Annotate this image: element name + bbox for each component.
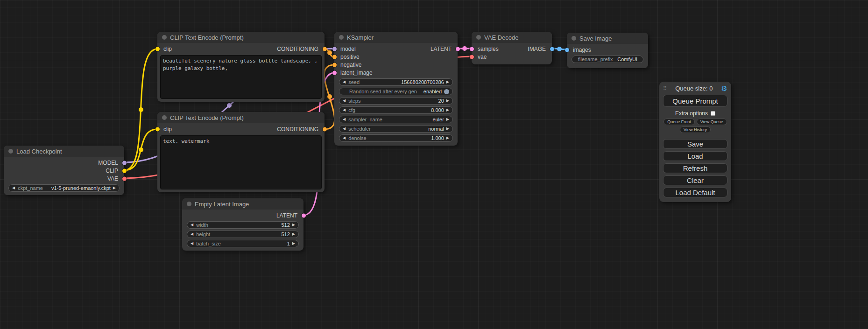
port-label: VAE [107, 175, 118, 182]
denoise-widget[interactable]: ◀ denoise 1.000 ▶ [339, 134, 453, 142]
widget-value: 1.000 [431, 135, 444, 141]
queue-front-button[interactable]: Queue Front [663, 119, 695, 125]
node-title-bar[interactable]: CLIP Text Encode (Prompt) [157, 32, 325, 43]
increment-arrow-icon[interactable]: ▶ [446, 136, 449, 140]
port-row: CLIP [4, 167, 124, 175]
decrement-arrow-icon[interactable]: ◀ [343, 118, 346, 121]
queue-size-label: Queue size: 0 [667, 85, 721, 92]
collapse-toggle-icon[interactable] [8, 149, 13, 154]
node-empty-latent-image[interactable]: Empty Latent Image LATENT ◀ width 512 ▶ … [182, 198, 303, 251]
collapse-toggle-icon[interactable] [339, 35, 344, 40]
node-title-bar[interactable]: CLIP Text Encode (Prompt) [157, 112, 325, 123]
increment-arrow-icon[interactable]: ▶ [446, 118, 449, 121]
node-title-bar[interactable]: Empty Latent Image [182, 198, 303, 210]
menu-drag-handle-icon[interactable]: ⠿ [663, 85, 667, 91]
save-button[interactable]: Save [663, 139, 727, 149]
increment-arrow-icon[interactable]: ▶ [292, 223, 295, 227]
increment-arrow-icon[interactable]: ▶ [292, 232, 295, 236]
conditioning-output-port[interactable] [323, 47, 327, 51]
decrement-arrow-icon[interactable]: ◀ [12, 186, 15, 190]
latent-output-port[interactable] [456, 47, 460, 51]
random-seed-toggle-widget[interactable]: Random seed after every gen enabled [339, 88, 453, 95]
node-title-bar[interactable]: Save Image [567, 33, 648, 44]
collapse-toggle-icon[interactable] [162, 35, 167, 40]
image-output-port[interactable] [550, 47, 554, 51]
widget-value: ComfyUI [617, 56, 637, 62]
decrement-arrow-icon[interactable]: ◀ [343, 108, 346, 112]
view-history-button[interactable]: View History [680, 126, 711, 133]
queue-prompt-button[interactable]: Queue Prompt [663, 95, 727, 107]
vae-input-port[interactable] [470, 55, 474, 59]
decrement-arrow-icon[interactable]: ◀ [343, 80, 346, 84]
increment-arrow-icon[interactable]: ▶ [446, 99, 449, 103]
collapse-toggle-icon[interactable] [187, 202, 191, 206]
samples-input-port[interactable] [470, 47, 474, 51]
collapse-toggle-icon[interactable] [572, 36, 576, 41]
node-title-bar[interactable]: Load Checkpoint [4, 146, 124, 157]
settings-gear-icon[interactable]: ⚙ [721, 85, 727, 92]
increment-arrow-icon[interactable]: ▶ [292, 242, 295, 245]
decrement-arrow-icon[interactable]: ◀ [191, 232, 193, 236]
clip-input-port[interactable] [155, 47, 160, 51]
seed-widget[interactable]: ◀ seed 156680208700286 ▶ [339, 78, 453, 86]
negative-input-port[interactable] [332, 63, 337, 67]
decrement-arrow-icon[interactable]: ◀ [343, 127, 346, 131]
increment-arrow-icon[interactable]: ▶ [446, 80, 449, 84]
widget-label: cfg [348, 107, 355, 113]
decrement-arrow-icon[interactable]: ◀ [191, 242, 193, 245]
node-graph-canvas[interactable]: Load Checkpoint MODEL CLIP VAE ◀ ckpt_na… [0, 0, 868, 329]
toggle-knob-icon[interactable] [444, 89, 449, 94]
node-load-checkpoint[interactable]: Load Checkpoint MODEL CLIP VAE ◀ ckpt_na… [4, 146, 124, 195]
latent-output-port[interactable] [302, 213, 306, 217]
link-midpoint-dot [557, 47, 562, 51]
scheduler-widget[interactable]: ◀ scheduler normal ▶ [339, 125, 453, 133]
height-widget[interactable]: ◀ height 512 ▶ [187, 231, 299, 238]
filename-prefix-widget[interactable]: filename_prefix ComfyUI [572, 56, 643, 63]
increment-arrow-icon[interactable]: ▶ [113, 186, 116, 190]
load-button[interactable]: Load [663, 151, 727, 161]
positive-prompt-textarea[interactable]: beautiful scenery nature glass bottle la… [160, 55, 322, 99]
extra-options-checkbox[interactable] [711, 111, 715, 116]
node-title: KSampler [347, 34, 374, 41]
cfg-widget[interactable]: ◀ cfg 8.000 ▶ [339, 106, 453, 114]
load-default-button[interactable]: Load Default [663, 188, 727, 197]
view-queue-button[interactable]: View Queue [697, 119, 727, 125]
decrement-arrow-icon[interactable]: ◀ [343, 99, 346, 103]
port-row: vae [472, 53, 552, 61]
node-vae-decode[interactable]: VAE Decode samples IMAGE vae [472, 32, 552, 64]
node-title-bar[interactable]: VAE Decode [472, 32, 552, 43]
model-output-port[interactable] [122, 161, 127, 165]
port-label: images [573, 47, 591, 53]
width-widget[interactable]: ◀ width 512 ▶ [187, 221, 299, 229]
clear-button[interactable]: Clear [663, 175, 727, 185]
node-clip-text-encode-positive[interactable]: CLIP Text Encode (Prompt) clip CONDITION… [157, 32, 325, 102]
vae-output-port[interactable] [122, 176, 127, 181]
sampler-name-widget[interactable]: ◀ sampler_name euler ▶ [339, 116, 453, 123]
steps-widget[interactable]: ◀ steps 20 ▶ [339, 97, 453, 105]
clip-input-port[interactable] [155, 127, 160, 131]
collapse-toggle-icon[interactable] [162, 115, 167, 120]
collapse-toggle-icon[interactable] [476, 35, 481, 40]
clip-output-port[interactable] [122, 168, 127, 173]
model-input-port[interactable] [332, 47, 337, 51]
conditioning-output-port[interactable] [323, 127, 327, 131]
images-input-port[interactable] [565, 48, 569, 52]
comfy-menu-panel[interactable]: ⠿ Queue size: 0 ⚙ Queue Prompt Extra opt… [659, 82, 731, 202]
ckpt-name-widget[interactable]: ◀ ckpt_name v1-5-pruned-emaonly.ckpt ▶ [8, 184, 120, 192]
node-ksampler[interactable]: KSampler model LATENT positive negative … [334, 32, 458, 146]
latent-image-input-port[interactable] [332, 70, 337, 75]
negative-prompt-textarea[interactable]: text, watermark [160, 135, 322, 189]
increment-arrow-icon[interactable]: ▶ [446, 127, 449, 131]
refresh-button[interactable]: Refresh [663, 163, 727, 173]
node-title-bar[interactable]: KSampler [334, 32, 458, 43]
batch-size-widget[interactable]: ◀ batch_size 1 ▶ [187, 240, 299, 247]
positive-input-port[interactable] [332, 55, 337, 59]
decrement-arrow-icon[interactable]: ◀ [343, 136, 346, 140]
widget-value: enabled [423, 89, 442, 94]
decrement-arrow-icon[interactable]: ◀ [191, 223, 193, 227]
increment-arrow-icon[interactable]: ▶ [446, 108, 449, 112]
node-clip-text-encode-negative[interactable]: CLIP Text Encode (Prompt) clip CONDITION… [157, 112, 325, 192]
node-title: Empty Latent Image [195, 201, 249, 208]
node-save-image[interactable]: Save Image images filename_prefix ComfyU… [567, 33, 648, 68]
port-label: LATENT [276, 212, 297, 219]
